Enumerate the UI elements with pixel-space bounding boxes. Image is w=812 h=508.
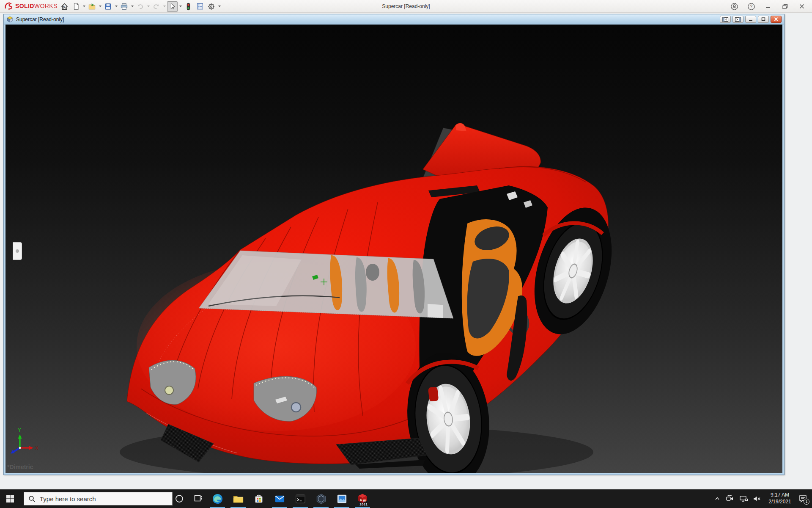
redo-button[interactable] (151, 1, 162, 12)
undo-dropdown[interactable] (146, 1, 150, 12)
tab-dot-icon (16, 249, 19, 253)
doc-minimize-button[interactable] (745, 16, 756, 23)
app-titlebar: SOLIDWORKS ▸ (0, 0, 812, 13)
taskbar-file-explorer[interactable] (228, 489, 248, 508)
properties-list-icon (196, 3, 204, 10)
xpress-products-button[interactable] (183, 1, 194, 12)
taskbar-edrawings[interactable] (311, 489, 331, 508)
redo-dropdown[interactable] (162, 1, 166, 12)
command-prompt-icon (295, 493, 306, 505)
notification-badge: 1 (804, 499, 809, 505)
toggle-right-pane-button[interactable] (732, 16, 743, 23)
windows-taskbar: S W 2021 9:17 AM 2/19/2021 (0, 489, 812, 508)
minimize-button[interactable] (764, 2, 772, 11)
open-button[interactable] (87, 1, 97, 12)
account-icon (730, 3, 738, 11)
home-icon (60, 3, 69, 11)
orientation-triad: Y X (11, 427, 38, 454)
undo-icon (136, 3, 144, 11)
print-button[interactable] (119, 1, 129, 12)
graphics-area[interactable]: Y X *Dimetric (5, 25, 782, 473)
taskbar-store[interactable] (249, 489, 269, 508)
solidworks-logo-icon (4, 2, 14, 10)
open-dropdown[interactable] (98, 1, 102, 12)
doc-close-button[interactable] (771, 16, 782, 23)
cortana-icon (175, 494, 184, 503)
minimize-icon (765, 3, 771, 9)
taskbar-mail[interactable] (270, 489, 289, 508)
photos-icon (336, 493, 348, 505)
restore-button[interactable] (781, 2, 789, 11)
network-icon[interactable] (739, 495, 748, 502)
select-tool-dropdown[interactable] (178, 1, 182, 12)
taskbar-command-prompt[interactable] (291, 489, 310, 508)
save-dropdown[interactable] (114, 1, 118, 12)
taskbar-clock[interactable]: 9:17 AM 2/19/2021 (766, 492, 793, 505)
taskbar-photos[interactable] (332, 489, 351, 508)
action-center-button[interactable]: 1 (798, 494, 808, 503)
pane-right-icon (735, 17, 741, 22)
help-icon: ? (747, 3, 755, 11)
redo-icon (152, 3, 160, 11)
pane-left-icon (722, 17, 729, 22)
featuremanager-collapsed-tab[interactable] (13, 242, 22, 260)
account-button[interactable] (730, 2, 738, 11)
app-window-controls: ? (730, 0, 806, 13)
svg-text:S: S (360, 498, 362, 501)
search-input[interactable] (40, 495, 154, 502)
brand-light: WORKS (34, 3, 58, 9)
svg-text:?: ? (750, 4, 752, 9)
3d-viewport[interactable]: Y X *Dimetric (5, 25, 782, 473)
print-dropdown[interactable] (130, 1, 134, 12)
main-toolbar (59, 0, 221, 13)
start-button[interactable] (0, 489, 20, 508)
mail-icon (274, 493, 285, 505)
solidworks-logo[interactable]: SOLIDWORKS ▸ (4, 2, 65, 10)
toggle-left-pane-button[interactable] (720, 16, 731, 23)
doc-restore-icon (760, 17, 766, 22)
task-view-button[interactable] (188, 489, 208, 508)
clock-time: 9:17 AM (766, 492, 793, 499)
sw-version-label: 2021 (359, 502, 368, 506)
cortana-button[interactable] (170, 489, 189, 508)
save-icon (104, 3, 112, 11)
volume-muted-icon[interactable] (753, 495, 761, 502)
windows-logo-icon (6, 494, 14, 503)
taskbar-edge[interactable] (208, 489, 227, 508)
options-button[interactable] (206, 1, 217, 12)
view-orientation-label: *Dimetric (7, 464, 33, 470)
new-document-dropdown[interactable] (82, 1, 86, 12)
open-icon (88, 3, 96, 11)
clock-date: 2/19/2021 (766, 499, 793, 505)
file-properties-button[interactable] (195, 1, 205, 12)
new-document-button[interactable] (71, 1, 81, 12)
search-icon (28, 495, 36, 502)
store-icon (253, 493, 264, 504)
taskbar-search[interactable] (24, 492, 173, 505)
edge-icon (212, 493, 223, 505)
select-tool-button[interactable] (167, 1, 178, 12)
save-button[interactable] (103, 1, 113, 12)
hidden-icons-chevron[interactable] (714, 495, 721, 502)
document-window-controls (720, 16, 782, 23)
options-dropdown[interactable] (217, 1, 221, 12)
help-button[interactable]: ? (747, 2, 755, 11)
select-cursor-icon (169, 3, 176, 10)
home-button[interactable] (59, 1, 70, 12)
doc-minimize-icon (748, 17, 754, 22)
restore-icon (782, 3, 788, 10)
doc-restore-button[interactable] (758, 16, 769, 23)
taskbar-solidworks[interactable]: S W 2021 (353, 489, 372, 508)
edrawings-icon (315, 493, 327, 505)
close-icon (799, 3, 805, 9)
svg-text:W: W (363, 499, 366, 502)
brake-caliper (428, 387, 439, 402)
close-button[interactable] (798, 2, 806, 11)
doc-close-icon (773, 17, 779, 22)
document-window: Supercar [Read-only] (3, 14, 785, 475)
task-view-icon (193, 494, 203, 503)
meet-now-icon[interactable] (726, 495, 734, 502)
undo-button[interactable] (135, 1, 145, 12)
gear-icon (207, 3, 215, 11)
document-titlebar[interactable]: Supercar [Read-only] (4, 14, 784, 25)
